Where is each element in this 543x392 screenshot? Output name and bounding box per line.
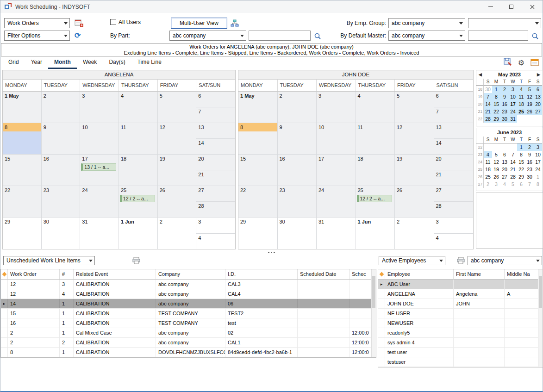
sunday-half[interactable]: 28 [434, 202, 474, 217]
column-header[interactable]: Related Event [74, 269, 156, 279]
mini-day[interactable]: 2 [484, 180, 492, 188]
mini-day[interactable]: 26 [525, 108, 534, 115]
mini-day[interactable]: 30 [525, 173, 534, 180]
calendar-day-cell[interactable]: 1 Jun [119, 218, 158, 249]
calendar-day-cell[interactable]: 10 [317, 123, 356, 155]
calendar-day-cell[interactable]: 22 [238, 186, 278, 218]
mini-day[interactable]: 1 [534, 173, 542, 180]
calendar-day-cell[interactable]: 15 [238, 155, 278, 186]
calendar-event[interactable]: 12 / 2 -- a... [120, 195, 155, 202]
mini-day[interactable]: 6 [534, 86, 542, 93]
mini-day[interactable]: 22 [492, 108, 500, 115]
calendar-day-cell[interactable]: 18 [119, 155, 158, 186]
mini-day[interactable]: 25 [484, 173, 492, 180]
insert-calendar-icon[interactable] [74, 19, 85, 28]
emp-group-select[interactable]: abc company [388, 18, 465, 28]
saturday-half[interactable]: 20 [196, 155, 235, 170]
mini-day[interactable]: 5 [492, 151, 500, 158]
mini-day[interactable]: 6 [517, 180, 525, 188]
mini-day[interactable]: 23 [500, 108, 509, 115]
calendar-day-cell[interactable]: 4 [119, 92, 158, 123]
calendar-day-cell[interactable]: 23 [278, 186, 317, 218]
calendar-day-cell[interactable]: 2 [278, 92, 317, 123]
mini-day[interactable]: 2 [500, 86, 509, 93]
table-row[interactable]: 81CALIBRATIONDOVDLFHCNMZJBUXSLFCGNU84d9c… [1, 348, 376, 357]
table-row[interactable]: sys admin 4 [378, 338, 543, 348]
calendar-day-cell[interactable]: 1713 / 1 -- a... [80, 155, 119, 186]
close-button[interactable] [522, 0, 543, 13]
mini-day[interactable]: 29 [517, 173, 525, 180]
mini-day[interactable]: 1 [517, 143, 525, 151]
mini-day[interactable]: 16 [500, 100, 509, 108]
filter-options-select[interactable]: Filter Options [4, 31, 70, 41]
mini-day[interactable]: 20 [534, 100, 542, 108]
table-row[interactable]: 124CALIBRATIONabc companyCAL4 [1, 289, 376, 299]
mini-day[interactable]: 30 [500, 115, 509, 123]
calendar-day-cell[interactable]: 12 [158, 123, 197, 155]
calendar-event[interactable]: 13 / 1 -- a... [81, 163, 116, 171]
save-view-icon[interactable] [504, 58, 512, 68]
column-header[interactable]: Scheduled Date [298, 269, 350, 279]
calendar-goto-icon[interactable] [531, 58, 539, 68]
calendar-day-cell[interactable]: 9 [278, 123, 317, 155]
scrollbar-thumb[interactable] [372, 276, 375, 308]
mini-day[interactable]: 11 [484, 158, 492, 166]
calendar-day-cell[interactable]: 3 [317, 92, 356, 123]
mini-day[interactable]: 16 [525, 158, 534, 166]
table-row[interactable]: NE USER [378, 309, 543, 318]
mini-day[interactable]: 3 [492, 180, 500, 188]
table-row[interactable]: 22CALIBRATIONabc companyCAL112:00:0 [1, 338, 376, 348]
table-row[interactable]: readonly5 [378, 328, 543, 338]
mini-day[interactable]: 9 [525, 151, 534, 158]
table-row[interactable]: NEWUSER [378, 318, 543, 328]
column-header[interactable]: Employee [385, 269, 454, 279]
calendar-day-cell[interactable]: 2512 / 2 -- a... [356, 186, 395, 218]
table-row[interactable]: 123CALIBRATIONabc companyCAL3 [1, 280, 376, 289]
tab-week[interactable]: Week [77, 56, 103, 69]
minimize-button[interactable] [480, 0, 501, 13]
default-master-search-input[interactable] [468, 31, 528, 41]
mini-day[interactable]: 13 [534, 93, 542, 100]
calendar-day-cell[interactable]: 11 [356, 123, 395, 155]
sunday-half[interactable]: 4 [434, 234, 474, 249]
mini-day[interactable]: 10 [509, 93, 517, 100]
mini-day[interactable]: 17 [509, 100, 517, 108]
calendar-day-cell[interactable]: 12 [395, 123, 434, 155]
mini-day[interactable]: 27 [500, 173, 509, 180]
mini-day[interactable]: 8 [492, 93, 500, 100]
calendar-day-cell[interactable]: 22 [3, 186, 42, 218]
mini-day[interactable]: 14 [484, 100, 492, 108]
calendar-day-cell[interactable]: 2512 / 2 -- a... [119, 186, 158, 218]
calendar-day-cell[interactable]: 30 [42, 218, 81, 249]
calendar-day-cell[interactable]: 26 [395, 186, 434, 218]
calendar-day-cell[interactable]: 24 [80, 186, 119, 218]
sunday-half[interactable]: 14 [434, 139, 474, 154]
mini-day[interactable]: 7 [509, 151, 517, 158]
prev-month-icon[interactable]: ◀ [479, 72, 482, 77]
org-chart-view-icon[interactable] [230, 19, 239, 28]
gear-icon[interactable]: ⚙ [518, 59, 524, 67]
line-items-view-select[interactable]: Unscheduled Work Line Items [3, 256, 95, 265]
column-header[interactable]: Company [156, 269, 225, 279]
mini-day[interactable]: 8 [534, 180, 542, 188]
mini-day[interactable]: 21 [484, 108, 492, 115]
calendar-day-cell[interactable]: 1 May [3, 92, 42, 123]
column-header[interactable]: Middle Na [505, 269, 543, 279]
scrollbar-thumb[interactable] [539, 276, 542, 308]
calendar-day-cell[interactable]: 18 [356, 155, 395, 186]
calendar-day-cell[interactable]: 29 [238, 218, 278, 249]
column-header[interactable]: # [60, 269, 74, 279]
saturday-half[interactable]: 6 [434, 92, 474, 107]
sunday-half[interactable]: 7 [434, 107, 474, 123]
mini-day[interactable]: 18 [517, 100, 525, 108]
mini-day[interactable]: 11 [517, 93, 525, 100]
next-month-icon[interactable]: ▶ [537, 72, 540, 77]
calendar-day-cell[interactable]: 19 [395, 155, 434, 186]
saturday-half[interactable]: 6 [196, 92, 235, 107]
all-users-checkbox[interactable] [110, 19, 116, 25]
calendar-day-cell[interactable]: 2 [158, 218, 197, 249]
mini-day[interactable]: 12 [525, 93, 534, 100]
calendar-day-cell[interactable]: 2 [395, 218, 434, 249]
mini-day[interactable]: 4 [517, 86, 525, 93]
mini-day[interactable]: 20 [500, 166, 509, 173]
